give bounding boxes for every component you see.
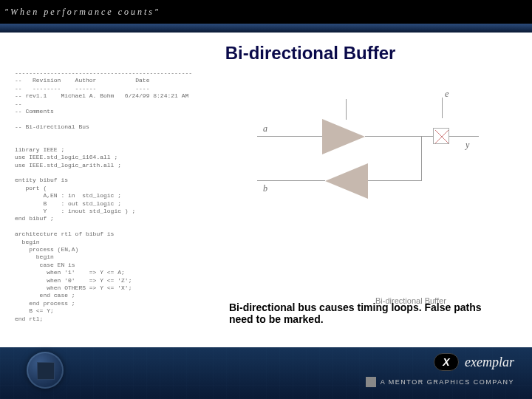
header-band: "When performance counts" xyxy=(0,0,532,24)
wire-e-seg xyxy=(442,98,443,118)
wire-stub-down xyxy=(421,136,422,180)
diagram-column: a e y xyxy=(242,69,517,323)
mentor-mark-icon xyxy=(366,377,376,387)
label-b: b xyxy=(263,183,267,194)
wire-y xyxy=(449,136,479,137)
slide-content: ----------------------------------------… xyxy=(15,69,517,323)
tristate-box xyxy=(433,128,449,144)
slide-title: Bi-directional Buffer xyxy=(103,43,517,64)
wire-b xyxy=(257,180,325,181)
brand-mark-letter: X xyxy=(443,356,449,368)
header-subband xyxy=(0,24,532,33)
wire-to-bot-tri xyxy=(368,180,422,181)
label-a: a xyxy=(263,123,267,134)
wire-e xyxy=(346,99,347,120)
vhdl-code-listing: ----------------------------------------… xyxy=(15,69,236,323)
bidir-buffer-diagram: a e y xyxy=(257,99,479,232)
brand-mark: X xyxy=(434,353,459,371)
cross-icon xyxy=(434,129,450,145)
chip-graphic xyxy=(27,352,64,389)
label-y: y xyxy=(466,140,469,151)
tri-buffer-top xyxy=(322,119,365,154)
wire-a xyxy=(257,136,322,137)
tri-buffer-bottom xyxy=(325,163,368,199)
brand-logo: X exemplar xyxy=(434,353,514,371)
tagline: "When performance counts" xyxy=(0,7,160,18)
wire-top-out xyxy=(365,136,433,137)
slide-note: Bi-directional bus causes timing loops. … xyxy=(229,301,502,325)
slide-body: Bi-directional Buffer ------------------… xyxy=(0,38,532,347)
company-name: A MENTOR GRAPHICS COMPANY xyxy=(381,378,514,386)
brand-name: exemplar xyxy=(465,355,514,370)
label-e: e xyxy=(445,89,449,100)
company-line: A MENTOR GRAPHICS COMPANY xyxy=(366,377,514,387)
footer-band: X exemplar A MENTOR GRAPHICS COMPANY xyxy=(0,347,532,399)
